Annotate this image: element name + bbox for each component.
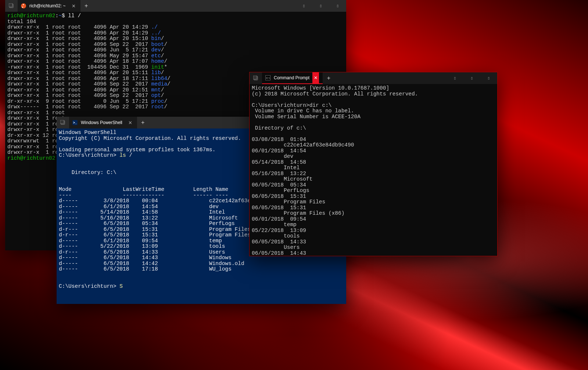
ubuntu-icon <box>21 3 26 9</box>
cmd-tab[interactable]: C:\ Command Prompt ✕ <box>262 72 323 84</box>
minimize-button[interactable]:  <box>295 0 312 12</box>
close-tab-icon[interactable]: ✕ <box>312 72 319 83</box>
window-menu-icon[interactable] <box>5 0 18 12</box>
cmd-icon: C:\ <box>265 75 271 81</box>
svg-rect-3 <box>60 120 64 124</box>
maximize-button[interactable]:  <box>463 72 480 84</box>
powershell-icon: >_ <box>72 120 78 126</box>
cmd-titlebar[interactable]: C:\ Command Prompt ✕ +    <box>250 72 497 84</box>
window-menu-icon[interactable] <box>250 72 262 84</box>
cmd-window[interactable]: C:\ Command Prompt ✕ +    Microsoft W… <box>249 72 498 256</box>
close-button[interactable]:  <box>329 0 346 12</box>
ubuntu-tab[interactable]: rich@richturn02: ~ ✕ <box>18 0 80 12</box>
close-tab-icon[interactable]: ✕ <box>128 120 133 126</box>
cmd-tab-title: Command Prompt <box>274 75 309 80</box>
svg-rect-1 <box>9 3 12 7</box>
window-menu-icon[interactable] <box>57 117 69 128</box>
ubuntu-tab-title: rich@richturn02: ~ <box>29 3 66 8</box>
new-tab-button[interactable]: + <box>323 72 334 84</box>
maximize-button[interactable]:  <box>312 0 329 12</box>
powershell-tab[interactable]: >_ Windows PowerShell ✕ <box>69 117 137 128</box>
minimize-button[interactable]:  <box>447 72 463 84</box>
close-button[interactable]:  <box>480 72 497 84</box>
close-tab-icon[interactable]: ✕ <box>71 3 77 9</box>
new-tab-button[interactable]: + <box>137 117 149 128</box>
ubuntu-titlebar[interactable]: rich@richturn02: ~ ✕ +    <box>5 0 346 12</box>
new-tab-button[interactable]: + <box>80 0 92 12</box>
powershell-tab-title: Windows PowerShell <box>81 120 122 125</box>
svg-rect-5 <box>253 76 257 79</box>
cmd-terminal-content[interactable]: Microsoft Windows [Version 10.0.17687.10… <box>250 84 497 256</box>
